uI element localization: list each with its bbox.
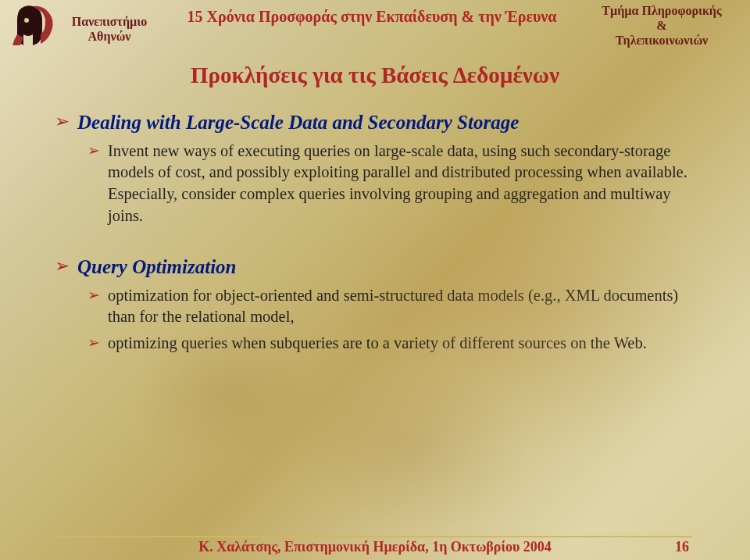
- dept-line2: &: [588, 18, 736, 33]
- bullet-arrow-icon: ➢: [55, 110, 70, 134]
- bullet-item-text: optimizing queries when subqueries are t…: [108, 333, 647, 355]
- bullet-arrow-icon: ➢: [88, 285, 100, 305]
- bullet-item-text: optimization for object-oriented and sem…: [108, 285, 700, 328]
- section-heading: ➢ Dealing with Large-Scale Data and Seco…: [55, 110, 700, 136]
- bullet-item: ➢ optimizing queries when subqueries are…: [88, 333, 700, 355]
- svg-point-0: [24, 18, 29, 23]
- dept-line3: Τηλεπικοινωνιών: [588, 33, 736, 48]
- bullet-arrow-icon: ➢: [55, 255, 70, 278]
- footer-text: Κ. Χαλάτσης, Επιστηµονική Ηµερίδα, 1η Οκ…: [198, 539, 552, 555]
- bullet-item-text: Invent new ways of executing queries on …: [108, 141, 700, 227]
- bullet-item: ➢ Invent new ways of executing queries o…: [88, 141, 700, 227]
- section-heading: ➢ Query Optimization: [55, 255, 700, 280]
- university-name: Πανεπιστήµιο Αθηνών: [62, 3, 156, 44]
- page-number: 16: [675, 539, 689, 555]
- university-logo-icon: [6, 3, 59, 50]
- uni-line1: Πανεπιστήµιο: [62, 14, 156, 29]
- slide-header: Πανεπιστήµιο Αθηνών 15 Χρόνια Προσφοράς …: [0, 0, 750, 48]
- bullet-arrow-icon: ➢: [88, 141, 100, 161]
- section-heading-text: Dealing with Large-Scale Data and Second…: [77, 110, 519, 136]
- header-center-title: 15 Χρόνια Προσφοράς στην Εκπαίδευση & τη…: [156, 3, 588, 26]
- bullet-arrow-icon: ➢: [88, 333, 100, 353]
- footer-divider: [58, 536, 692, 537]
- slide-content: ➢ Dealing with Large-Scale Data and Seco…: [0, 110, 750, 355]
- slide-footer: Κ. Χαλάτσης, Επιστηµονική Ηµερίδα, 1η Οκ…: [0, 539, 750, 555]
- department-name: Τµήµα Πληροφορικής & Τηλεπικοινωνιών: [588, 3, 736, 48]
- bullet-item: ➢ optimization for object-oriented and s…: [88, 285, 700, 328]
- dept-line1: Τµήµα Πληροφορικής: [588, 3, 736, 18]
- section-heading-text: Query Optimization: [77, 255, 237, 280]
- slide-title: Προκλήσεις για τις Βάσεις ∆εδοµένων: [0, 62, 750, 88]
- uni-line2: Αθηνών: [62, 29, 156, 44]
